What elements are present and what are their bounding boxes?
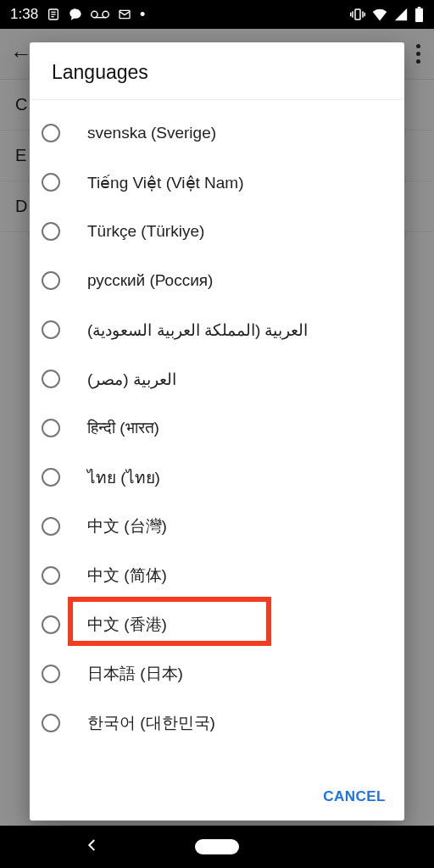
- radio-icon[interactable]: [42, 714, 60, 732]
- language-label: ไทย (ไทย): [87, 465, 160, 490]
- radio-icon[interactable]: [42, 173, 60, 192]
- nav-home-pill[interactable]: [195, 839, 239, 854]
- language-option[interactable]: العربية (المملكة العربية السعودية): [30, 305, 404, 354]
- radio-icon[interactable]: [42, 665, 60, 683]
- svg-rect-13: [415, 8, 423, 22]
- radio-icon[interactable]: [42, 222, 60, 241]
- vibrate-icon: [350, 8, 365, 21]
- language-label: Türkçe (Türkiye): [87, 222, 204, 241]
- language-option[interactable]: português (Brasil): [30, 100, 404, 108]
- radio-icon[interactable]: [42, 320, 60, 339]
- language-option[interactable]: 中文 (简体): [30, 551, 404, 600]
- radio-icon[interactable]: [42, 124, 60, 142]
- language-label: 中文 (简体): [87, 565, 167, 587]
- language-label: 中文 (台灣): [87, 515, 167, 537]
- languages-dialog: Languages português (Brasil)svenska (Sve…: [30, 42, 404, 821]
- language-label: 日本語 (日本): [87, 663, 183, 685]
- language-option[interactable]: Tiếng Việt (Việt Nam): [30, 158, 404, 207]
- radio-icon[interactable]: [42, 419, 60, 437]
- language-label: 한국어 (대한민국): [87, 712, 215, 734]
- language-label: Tiếng Việt (Việt Nam): [87, 173, 244, 192]
- voicemail-icon: [91, 8, 109, 20]
- language-option[interactable]: русский (Россия): [30, 256, 404, 305]
- svg-rect-8: [355, 9, 360, 19]
- language-label: 中文 (香港): [87, 614, 167, 636]
- battery-icon: [415, 7, 424, 22]
- notification-icon: [47, 8, 60, 21]
- language-option[interactable]: العربية (مصر): [30, 354, 404, 403]
- dialog-title: Languages: [30, 42, 404, 99]
- radio-icon[interactable]: [42, 370, 60, 388]
- mail-icon: [118, 8, 131, 21]
- status-bar: 1:38 •: [0, 0, 434, 29]
- navigation-bar: [0, 826, 434, 868]
- status-time: 1:38: [10, 6, 38, 23]
- language-option[interactable]: Türkçe (Türkiye): [30, 207, 404, 256]
- cellular-icon: [394, 8, 408, 21]
- status-right: [350, 7, 424, 22]
- language-label: svenska (Sverige): [87, 124, 216, 142]
- more-notifications-icon: •: [140, 6, 145, 24]
- radio-icon[interactable]: [42, 566, 60, 585]
- language-option[interactable]: 한국어 (대한민국): [30, 698, 404, 748]
- svg-point-4: [92, 11, 97, 17]
- nav-back-icon[interactable]: [85, 837, 100, 857]
- language-label: हिन्दी (भारत): [87, 419, 159, 437]
- chat-icon: [69, 8, 82, 21]
- language-option[interactable]: ไทย (ไทย): [30, 453, 404, 502]
- language-option[interactable]: 日本語 (日本): [30, 649, 404, 698]
- language-option[interactable]: 中文 (台灣): [30, 502, 404, 551]
- language-label: русский (Россия): [87, 271, 213, 290]
- radio-icon[interactable]: [42, 517, 60, 536]
- language-option[interactable]: svenska (Sverige): [30, 108, 404, 158]
- dialog-actions: CANCEL: [30, 780, 404, 821]
- radio-icon[interactable]: [42, 615, 60, 634]
- language-list[interactable]: português (Brasil)svenska (Sverige)Tiếng…: [30, 100, 404, 780]
- status-left: 1:38 •: [10, 6, 145, 24]
- language-label: العربية (المملكة العربية السعودية): [87, 320, 309, 340]
- radio-icon[interactable]: [42, 271, 60, 290]
- language-option[interactable]: हिन्दी (भारत): [30, 403, 404, 453]
- radio-icon[interactable]: [42, 468, 60, 487]
- wifi-icon: [372, 8, 387, 21]
- svg-point-5: [103, 11, 108, 17]
- svg-rect-14: [418, 7, 421, 8]
- language-option[interactable]: 中文 (香港): [30, 600, 404, 649]
- cancel-button[interactable]: CANCEL: [323, 788, 386, 805]
- language-label: العربية (مصر): [87, 370, 176, 389]
